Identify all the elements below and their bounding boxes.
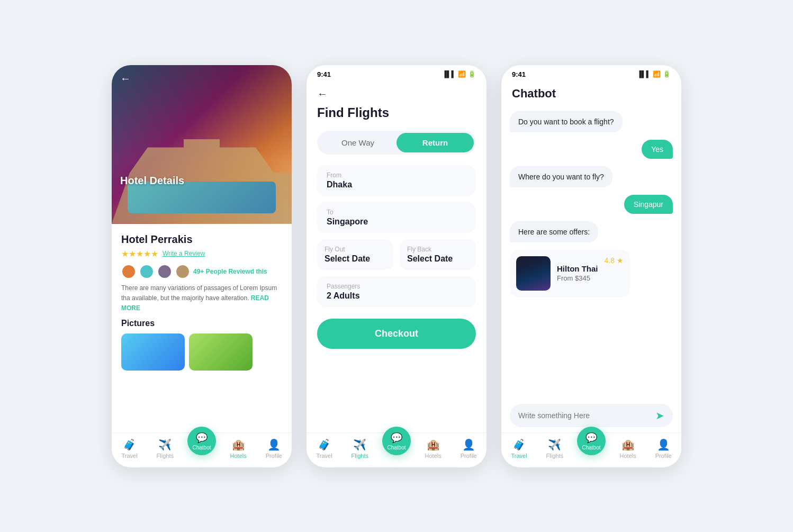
fly-out-field[interactable]: Fly Out Select Date bbox=[317, 239, 393, 270]
hotel-back-button[interactable]: ← bbox=[120, 73, 131, 85]
find-flights-phone: 9:41 ▐▌▌ 📶 🔋 ← Find Flights One Way Retu… bbox=[307, 65, 486, 467]
send-icon: ➤ bbox=[655, 410, 664, 421]
chatbot-phone: 9:41 ▐▌▌ 📶 🔋 Chatbot Do you want to book… bbox=[501, 65, 681, 467]
reviewer-count: 49+ People Reviewd this bbox=[193, 268, 267, 275]
flights-back-button[interactable]: ← bbox=[317, 80, 476, 105]
to-field[interactable]: To Singapore bbox=[317, 202, 476, 233]
nav-travel-1[interactable]: 🧳 Travel bbox=[116, 438, 143, 459]
avatar-4 bbox=[175, 264, 190, 279]
nav-flights-3[interactable]: ✈️ Flights bbox=[542, 438, 568, 459]
from-label: From bbox=[327, 172, 466, 179]
flights-icon: ✈️ bbox=[158, 438, 172, 451]
hotels-icon-3: 🏨 bbox=[621, 438, 635, 451]
return-toggle[interactable]: Return bbox=[396, 133, 474, 152]
nav-profile-1[interactable]: 👤 Profile bbox=[260, 438, 287, 459]
battery-icon-3: 🔋 bbox=[663, 70, 671, 78]
date-row: Fly Out Select Date Fly Back Select Date bbox=[317, 239, 476, 270]
picture-thumb-1[interactable] bbox=[121, 333, 185, 371]
avatar-1 bbox=[121, 264, 136, 279]
chatbot-header: Chatbot bbox=[501, 80, 681, 106]
offer-details: Hilton Thai From $345 bbox=[557, 264, 598, 282]
signal-icon-2: ▐▌▌ bbox=[442, 70, 456, 78]
nav-flights-2[interactable]: ✈️ Flights bbox=[347, 438, 373, 459]
avatar-3 bbox=[157, 264, 172, 279]
one-way-toggle[interactable]: One Way bbox=[319, 133, 396, 152]
fly-back-field[interactable]: Fly Back Select Date bbox=[400, 239, 476, 270]
chat-msg-4: Singapur bbox=[624, 195, 673, 214]
offer-price: From $345 bbox=[557, 274, 598, 282]
chat-msg-1: Do you want to book a flight? bbox=[510, 111, 623, 132]
avatar-2 bbox=[139, 264, 154, 279]
chat-input-row: ➤ bbox=[510, 404, 673, 427]
flights-icon-3: ✈️ bbox=[548, 438, 561, 451]
nav-hotels-2[interactable]: 🏨 Hotels bbox=[420, 438, 446, 459]
nav-travel-3[interactable]: 🧳 Travel bbox=[506, 438, 533, 459]
travel-icon: 🧳 bbox=[123, 438, 136, 451]
chatbot-icon-3: 💬 bbox=[585, 432, 597, 444]
offer-card[interactable]: Hilton Thai From $345 4.8 ★ bbox=[510, 250, 630, 297]
nav-profile-3[interactable]: 👤 Profile bbox=[650, 438, 677, 459]
picture-thumb-2[interactable] bbox=[189, 333, 253, 371]
fly-out-label: Fly Out bbox=[325, 246, 386, 253]
nav-chatbot-2[interactable]: 💬 Chatbot bbox=[382, 427, 411, 455]
reviewers-row: 49+ People Reviewd this bbox=[121, 264, 282, 279]
offer-rating: 4.8 ★ bbox=[605, 256, 624, 265]
battery-icon-2: 🔋 bbox=[468, 70, 476, 78]
hotel-hero-image: ← Hotel Details bbox=[112, 65, 292, 224]
hotels-icon-2: 🏨 bbox=[427, 438, 440, 451]
from-field[interactable]: From Dhaka bbox=[317, 165, 476, 196]
bottom-nav-phone2: 🧳 Travel ✈️ Flights 💬 Chatbot 🏨 Hotels 👤… bbox=[307, 432, 486, 467]
from-value: Dhaka bbox=[327, 180, 466, 190]
hotel-name: Hotel Perrakis bbox=[121, 233, 282, 246]
flights-content: ← Find Flights One Way Return From Dhaka… bbox=[307, 80, 486, 432]
travel-icon-3: 🧳 bbox=[512, 438, 526, 451]
bottom-nav-phone1: 🧳 Travel ✈️ Flights 💬 Chatbot 🏨 Hotels 👤… bbox=[112, 432, 292, 467]
status-bar-3: 9:41 ▐▌▌ 📶 🔋 bbox=[501, 65, 681, 80]
checkout-button[interactable]: Checkout bbox=[317, 319, 476, 349]
hotel-description: There are many variations of passages of… bbox=[121, 283, 282, 314]
chat-msg-3: Where do you want to fly? bbox=[510, 166, 612, 187]
flights-icon-2: ✈️ bbox=[353, 438, 366, 451]
fly-back-value: Select Date bbox=[407, 254, 468, 264]
to-label: To bbox=[327, 209, 466, 216]
passengers-field[interactable]: Passengers 2 Adults bbox=[317, 276, 476, 307]
profile-icon: 👤 bbox=[267, 438, 281, 451]
profile-icon-2: 👤 bbox=[462, 438, 475, 451]
signal-icon-3: ▐▌▌ bbox=[637, 70, 651, 78]
flights-page-title: Find Flights bbox=[317, 105, 476, 120]
nav-travel-2[interactable]: 🧳 Travel bbox=[311, 438, 338, 459]
travel-icon-2: 🧳 bbox=[318, 438, 331, 451]
chat-input-field[interactable] bbox=[518, 411, 651, 420]
nav-chatbot-3[interactable]: 💬 Chatbot bbox=[577, 427, 606, 455]
hotel-details-phone: ← Hotel Details Hotel Perrakis ★★★★★ Wri… bbox=[112, 65, 292, 467]
nav-chatbot-1[interactable]: 💬 Chatbot bbox=[187, 427, 216, 455]
offer-image bbox=[516, 256, 551, 291]
chat-msg-5: Here are some offers: bbox=[510, 221, 598, 242]
passengers-value: 2 Adults bbox=[327, 291, 466, 301]
bottom-nav-phone3: 🧳 Travel ✈️ Flights 💬 Chatbot 🏨 Hotels 👤… bbox=[501, 432, 681, 467]
chatbot-icon: 💬 bbox=[196, 432, 208, 444]
nav-flights-1[interactable]: ✈️ Flights bbox=[152, 438, 178, 459]
hotel-stars: ★★★★★ bbox=[121, 249, 158, 259]
wifi-icon-3: 📶 bbox=[653, 70, 661, 78]
chatbot-icon-2: 💬 bbox=[391, 432, 402, 444]
status-bar-2: 9:41 ▐▌▌ 📶 🔋 bbox=[307, 65, 486, 80]
nav-hotels-1[interactable]: 🏨 Hotels bbox=[225, 438, 251, 459]
chatbot-title: Chatbot bbox=[512, 87, 671, 101]
hotels-icon: 🏨 bbox=[232, 438, 245, 451]
offer-name: Hilton Thai bbox=[557, 264, 598, 273]
pictures-section-title: Pictures bbox=[121, 319, 282, 328]
write-review-link[interactable]: Write a Review bbox=[163, 250, 205, 257]
hotel-content-area: Hotel Perrakis ★★★★★ Write a Review 49+ … bbox=[112, 224, 292, 432]
chat-msg-2: Yes bbox=[642, 140, 673, 159]
fly-out-value: Select Date bbox=[325, 254, 386, 264]
to-value: Singapore bbox=[327, 217, 466, 227]
nav-hotels-3[interactable]: 🏨 Hotels bbox=[615, 438, 641, 459]
wifi-icon-2: 📶 bbox=[458, 70, 466, 78]
nav-profile-2[interactable]: 👤 Profile bbox=[455, 438, 482, 459]
chat-messages-area: Do you want to book a flight? Yes Where … bbox=[501, 106, 681, 399]
profile-icon-3: 👤 bbox=[657, 438, 670, 451]
passengers-label: Passengers bbox=[327, 283, 466, 290]
pictures-row bbox=[121, 333, 282, 371]
send-button[interactable]: ➤ bbox=[655, 409, 664, 422]
